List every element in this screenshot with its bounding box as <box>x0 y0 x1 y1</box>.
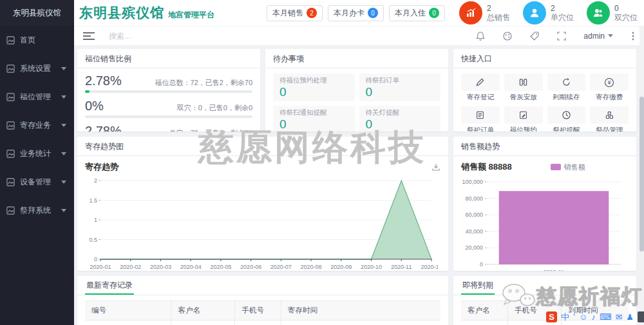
progress-bar <box>85 115 252 118</box>
boxes-icon <box>605 110 614 120</box>
sales-amount-chart: 020,00040,00060,00080,000100,0002020-11 <box>453 173 636 271</box>
quick-renew-deposit[interactable]: 到期续存 <box>547 74 586 102</box>
badge-count: 2 <box>307 8 317 18</box>
cell-customer: 哈吉斯 <box>171 320 235 325</box>
todo-card[interactable]: 待福位预约处理 0 <box>273 74 355 101</box>
quick-deposit-register[interactable]: 寄存登记 <box>461 74 500 102</box>
quick-label: 福位预约 <box>504 126 543 132</box>
ime-skin-icon[interactable]: ♟ <box>626 311 634 322</box>
stat-label: 双穴位 <box>614 13 638 22</box>
ratio-row-single: 2.78% 单穴：72，已售2，剩余70 <box>85 124 252 132</box>
collapse-menu-icon[interactable] <box>83 32 95 41</box>
quick-label: 祭祀提醒 <box>547 126 586 132</box>
content-area: 福位销售比例 2.78% 福位总数：72，已售2，剩余70 0% 双穴：0，已售… <box>74 45 644 325</box>
bar-chart-icon <box>459 1 482 25</box>
column-header: 客户名 <box>461 301 508 320</box>
ime-toolbar[interactable]: S 中 ’ ☺ ♪ ⌨ ✉ ♟ <box>542 310 644 324</box>
todo-label: 待关灯提醒 <box>366 108 435 117</box>
todo-label: 待祭扫通知提醒 <box>279 108 348 117</box>
quick-label: 到期续存 <box>547 93 586 102</box>
ime-pinyin-icon[interactable]: 中 <box>561 311 569 322</box>
ime-mail-icon[interactable]: ✉ <box>615 311 622 322</box>
sidebar-item-system-settings[interactable]: 系统设置 <box>0 54 74 83</box>
fullscreen-icon[interactable] <box>556 31 567 41</box>
tag-icon[interactable] <box>529 31 540 41</box>
quick-label: 祭品管理 <box>590 126 629 132</box>
sales-trend-panel: 销售额趋势 销售额 88888 销售额 020,00040,00060,0008… <box>453 137 636 271</box>
latest-records-panel: 最新寄存记录 编号 客户名 手机号 寄存时间 <box>77 276 448 325</box>
username: admin <box>583 32 605 41</box>
chart-title: 销售额 88888 <box>461 161 512 173</box>
ime-emoji-icon[interactable]: ☺ <box>579 311 587 322</box>
sogou-logo-icon[interactable]: S <box>546 311 557 322</box>
ime-mic-icon[interactable]: ♪ <box>591 311 596 322</box>
chevron-down-icon <box>61 124 66 127</box>
ime-more-icon[interactable] <box>638 311 644 322</box>
tab-expiring[interactable]: 即将到期 <box>461 276 495 295</box>
ratio-row-total: 2.78% 福位总数：72，已售2，剩余70 <box>85 74 252 93</box>
sidebar-item-label: 系统设置 <box>20 63 61 74</box>
sidebar-item-deposit-business[interactable]: 寄存业务 <box>0 111 74 139</box>
panel-title: 快捷入口 <box>453 49 636 68</box>
quick-label: 寄存缴费 <box>590 93 629 102</box>
ime-keyboard-icon[interactable]: ⌨ <box>600 311 612 322</box>
stat-label: 总销售 <box>487 13 510 22</box>
sidebar-item-niche-management[interactable]: 福位管理 <box>0 83 74 111</box>
sidebar-item-label: 福位管理 <box>20 92 61 103</box>
scrollbar-thumb[interactable] <box>639 97 644 251</box>
brand: 东明县殡仪馆 地宫管理平台 <box>79 4 214 22</box>
top-stats: 2 总销售 2 单穴位 <box>459 1 638 25</box>
quick-worship-reminder[interactable]: 祭祀提醒 <box>547 106 586 132</box>
cell-customer: 上官童 <box>461 320 508 325</box>
month-cards-badge[interactable]: 本月办卡 0 <box>328 5 384 21</box>
refresh-icon <box>562 77 571 87</box>
booking-doc-icon <box>518 110 528 120</box>
sidebar-item-label: 寄存业务 <box>20 120 61 131</box>
sidebar-item-home[interactable]: 首页 <box>0 26 74 54</box>
user-menu[interactable]: admin <box>583 32 614 41</box>
quick-worship-orders[interactable]: 祭祀订单 <box>461 106 500 132</box>
page-subtitle: 地宫管理平台 <box>168 10 214 21</box>
sidebar-item-business-stats[interactable]: 业务统计 <box>0 139 74 168</box>
sidebar-item-label: 首页 <box>20 35 68 46</box>
quick-deposit-payment[interactable]: ¥ 寄存缴费 <box>590 74 629 102</box>
badge-count: 0 <box>429 8 439 18</box>
stat-total-sales: 2 总销售 <box>459 1 510 25</box>
vertical-scrollbar[interactable] <box>639 26 644 325</box>
svg-text:1.5: 1.5 <box>89 197 97 204</box>
svg-text:20,000: 20,000 <box>465 244 483 251</box>
quick-ashes-placement[interactable]: 骨灰安放 <box>504 74 543 102</box>
single-person-icon <box>523 1 546 25</box>
todo-card[interactable]: 待祭扫订单 0 <box>359 74 441 101</box>
quick-niche-booking[interactable]: 福位预约 <box>504 106 543 132</box>
todo-card[interactable]: 待祭扫通知提醒 0 <box>273 106 355 132</box>
svg-text:2020-11: 2020-11 <box>544 269 564 271</box>
sidebar-item-worship-system[interactable]: 祭拜系统 <box>0 196 74 224</box>
sidebar-item-device-management[interactable]: 设备管理 <box>0 168 74 196</box>
clock-icon <box>562 110 571 120</box>
tab-latest-records[interactable]: 最新寄存记录 <box>85 276 134 295</box>
cell-phone <box>235 320 281 325</box>
todo-card[interactable]: 待关灯提醒 0 <box>359 106 441 132</box>
theme-palette-icon[interactable] <box>502 31 513 41</box>
month-sales-badge[interactable]: 本月销售 2 <box>267 5 323 21</box>
ratio-desc: 单穴：72，已售2，剩余70 <box>169 128 252 132</box>
search-input[interactable] <box>109 32 225 41</box>
more-options-icon[interactable] <box>631 31 635 41</box>
svg-text:2020-09: 2020-09 <box>330 264 352 270</box>
quick-offerings-management[interactable]: 祭品管理 <box>590 106 629 132</box>
badge-count: 0 <box>368 8 378 18</box>
ratio-percent: 2.78% <box>85 124 122 132</box>
chart-legend[interactable]: 销售额 <box>551 162 585 172</box>
menu-image-icon <box>6 64 15 73</box>
ratio-percent: 2.78% <box>85 74 122 88</box>
bell-icon[interactable] <box>475 31 486 41</box>
month-checkin-badge[interactable]: 本月入住 0 <box>389 5 445 21</box>
dashboard-root: 东明县殡仪馆 首页 系统设置 福位管理 寄存业务 业务统计 设备管理 <box>0 0 644 325</box>
deposit-trend-chart: 00.511.522020-012020-022020-032020-04202… <box>77 173 448 271</box>
download-icon[interactable] <box>431 162 440 172</box>
badge-label: 本月销售 <box>272 8 303 19</box>
ime-apostrophe-icon[interactable]: ’ <box>573 311 575 322</box>
cell-reg-no: REG-186420201114144615 <box>85 320 171 325</box>
table-row[interactable]: REG-186420201114144615 哈吉斯 2020-11-14 14… <box>85 320 440 325</box>
